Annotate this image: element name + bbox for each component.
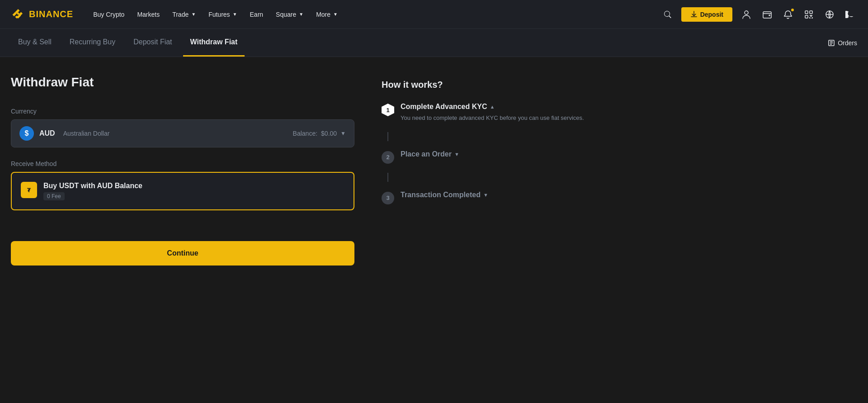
orders-link[interactable]: Orders	[828, 36, 857, 50]
currency-left: $ AUD Australian Dollar	[19, 126, 109, 141]
step-1-title: Complete Advanced KYC ▲	[401, 103, 584, 111]
theme-toggle-button[interactable]	[844, 8, 857, 21]
main-content: Withdraw Fiat Currency $ AUD Australian …	[0, 57, 850, 284]
steps-list: 1 Complete Advanced KYC ▲ You need to co…	[382, 103, 839, 204]
main-nav: Buy Crypto Markets Trade ▼ Futures ▼ Ear…	[88, 7, 661, 22]
wallet-button[interactable]	[760, 8, 774, 21]
currency-balance: Balance: $0.00 ▼	[293, 130, 346, 137]
method-title: Buy USDT with AUD Balance	[43, 182, 142, 190]
page-title: Withdraw Fiat	[11, 75, 354, 90]
step-1: 1 Complete Advanced KYC ▲ You need to co…	[382, 103, 839, 123]
brand-name: BINANCE	[29, 9, 73, 19]
binance-logo-icon	[11, 7, 25, 22]
currency-selector[interactable]: $ AUD Australian Dollar Balance: $0.00 ▼	[11, 119, 354, 147]
notifications-button[interactable]	[781, 8, 795, 21]
nav-futures[interactable]: Futures ▼	[203, 7, 242, 22]
nav-more-chevron: ▼	[333, 12, 338, 17]
step-2-number: 2	[382, 151, 394, 164]
step-2: 2 Place an Order ▼	[382, 150, 839, 164]
step-connector-2-3	[387, 173, 388, 182]
right-panel: How it works? 1 Complete Advanced KYC ▲ …	[382, 75, 839, 266]
nav-square[interactable]: Square ▼	[270, 7, 309, 22]
method-info: Buy USDT with AUD Balance 0 Fee	[43, 182, 142, 200]
step-1-content: Complete Advanced KYC ▲ You need to comp…	[401, 103, 584, 123]
step-2-title: Place an Order ▼	[401, 150, 459, 158]
step-1-description: You need to complete advanced KYC before…	[401, 114, 584, 123]
receive-method-card[interactable]: ₮ Buy USDT with AUD Balance 0 Fee	[11, 172, 354, 210]
step-1-number: 1	[382, 104, 394, 116]
step-connector-1-2	[387, 132, 388, 141]
step-3-content: Transaction Completed ▼	[401, 191, 488, 199]
navbar: BINANCE Buy Crypto Markets Trade ▼ Futur…	[0, 0, 868, 29]
nav-more[interactable]: More ▼	[311, 7, 343, 22]
left-panel: Withdraw Fiat Currency $ AUD Australian …	[11, 75, 354, 266]
nav-buy-crypto[interactable]: Buy Crypto	[88, 7, 130, 22]
brand-logo[interactable]: BINANCE	[11, 7, 73, 22]
search-button[interactable]	[661, 8, 674, 21]
step-2-content: Place an Order ▼	[401, 150, 459, 158]
globe-button[interactable]	[823, 8, 836, 21]
nav-earn[interactable]: Earn	[245, 7, 269, 22]
how-it-works-title: How it works?	[382, 80, 839, 90]
method-icon: ₮	[21, 182, 37, 198]
step-2-chevron-icon: ▼	[454, 152, 459, 157]
balance-label: Balance:	[293, 130, 317, 137]
currency-label: Currency	[11, 108, 354, 115]
user-profile-button[interactable]	[740, 8, 753, 21]
nav-trade[interactable]: Trade ▼	[167, 7, 201, 22]
step-3-title: Transaction Completed ▼	[401, 191, 488, 199]
wallet-icon	[762, 9, 772, 19]
currency-full-name: Australian Dollar	[63, 130, 110, 137]
nav-trade-chevron: ▼	[191, 12, 196, 17]
deposit-button[interactable]: Deposit	[681, 7, 732, 22]
nav-markets[interactable]: Markets	[132, 7, 165, 22]
tab-buy-sell[interactable]: Buy & Sell	[11, 29, 59, 57]
currency-symbol-icon: $	[19, 126, 34, 141]
svg-rect-3	[810, 11, 812, 14]
method-fee-badge: 0 Fee	[43, 192, 65, 200]
currency-chevron-down-icon: ▼	[340, 130, 346, 137]
notification-badge	[791, 9, 794, 11]
globe-icon	[825, 9, 835, 19]
usdt-icon: ₮	[24, 185, 34, 195]
user-icon	[741, 9, 751, 19]
deposit-icon	[690, 11, 698, 18]
nav-futures-chevron: ▼	[233, 12, 237, 17]
currency-code: AUD	[39, 129, 55, 137]
tabs-bar: Buy & Sell Recurring Buy Deposit Fiat Wi…	[0, 29, 868, 57]
tab-recurring-buy[interactable]: Recurring Buy	[62, 29, 123, 57]
step-1-chevron-icon: ▲	[490, 104, 495, 109]
svg-rect-4	[805, 15, 808, 18]
tab-withdraw-fiat[interactable]: Withdraw Fiat	[183, 29, 245, 57]
step-3-chevron-icon: ▼	[483, 192, 488, 198]
nav-square-chevron: ▼	[299, 12, 303, 17]
svg-text:₮: ₮	[27, 187, 31, 194]
scan-icon	[804, 9, 814, 19]
continue-button[interactable]: Continue	[11, 241, 354, 266]
moon-icon	[845, 9, 855, 19]
tab-deposit-fiat[interactable]: Deposit Fiat	[126, 29, 179, 57]
search-icon	[663, 10, 672, 19]
svg-point-0	[745, 11, 748, 14]
scan-button[interactable]	[802, 8, 816, 21]
navbar-right: Deposit	[661, 7, 857, 22]
receive-method-label: Receive Method	[11, 160, 354, 167]
balance-value: $0.00	[321, 130, 337, 137]
currency-section: Currency $ AUD Australian Dollar Balance…	[11, 108, 354, 147]
receive-method-section: Receive Method ₮ Buy USDT with AUD Balan…	[11, 160, 354, 210]
page-tabs: Buy & Sell Recurring Buy Deposit Fiat Wi…	[11, 29, 248, 57]
orders-icon	[828, 39, 835, 47]
step-3-number: 3	[382, 192, 394, 204]
step-3: 3 Transaction Completed ▼	[382, 191, 839, 204]
svg-rect-2	[805, 11, 808, 14]
